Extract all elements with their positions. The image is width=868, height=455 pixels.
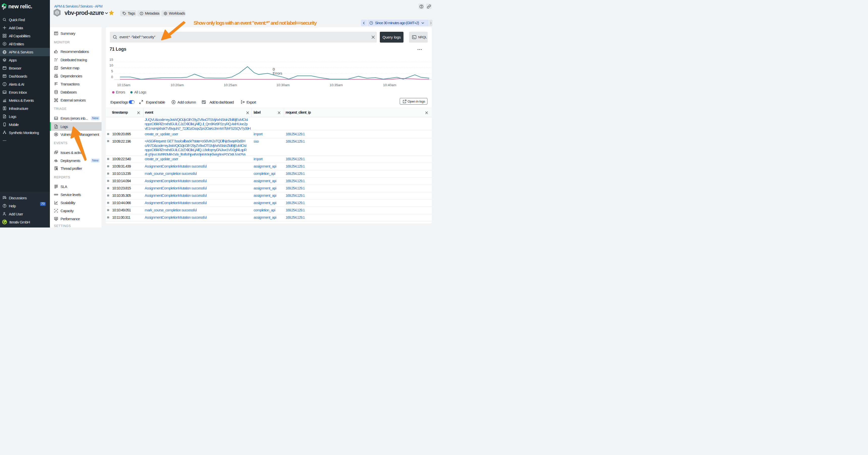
svg-text:5: 5 — [111, 69, 113, 73]
svg-text:new relic.: new relic. — [8, 3, 32, 9]
svg-text:10:25am: 10:25am — [224, 83, 237, 87]
svg-text:0: 0 — [111, 75, 113, 79]
svg-text:10:15am: 10:15am — [117, 83, 130, 87]
svg-text:15: 15 — [110, 58, 113, 62]
svg-text:10:35am: 10:35am — [330, 83, 343, 87]
svg-text:10:40am: 10:40am — [383, 83, 397, 87]
svg-text:10:30am: 10:30am — [277, 83, 290, 87]
svg-text:10: 10 — [110, 64, 113, 67]
svg-text:0: 0 — [273, 67, 275, 71]
svg-text:Errors: Errors — [273, 71, 282, 75]
svg-text:10:20am: 10:20am — [170, 83, 184, 87]
